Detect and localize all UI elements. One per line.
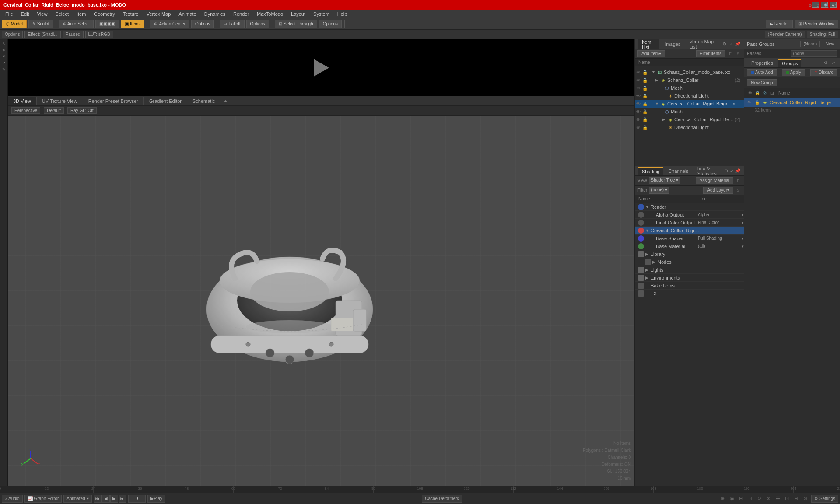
- item-list-f-icon[interactable]: F: [727, 51, 733, 57]
- assign-material-button[interactable]: Assign Material: [696, 177, 733, 184]
- shader-environments[interactable]: ▶ Environments: [635, 274, 744, 282]
- shader-lights[interactable]: ▶ Lights: [635, 266, 744, 274]
- shader-final-color[interactable]: Final Color Output Final Color ▾: [635, 219, 744, 227]
- falloff-button[interactable]: ⊸ Falloff: [220, 20, 244, 28]
- menu-view[interactable]: View: [34, 10, 51, 18]
- eye-icon-7[interactable]: 👁: [635, 117, 642, 122]
- groups-settings-icon[interactable]: ⚙: [822, 60, 829, 66]
- render-camera[interactable]: (Render Camera): [765, 31, 805, 38]
- transport-to-start[interactable]: ⏮: [94, 495, 102, 503]
- render-window-button[interactable]: ⊞ Render Window: [794, 20, 838, 28]
- menu-animate[interactable]: Animate: [175, 10, 200, 18]
- item-dir-light-1[interactable]: 👁 🔒 ☀ Directional Light: [635, 92, 744, 100]
- lock-icon-7[interactable]: 🔒: [642, 117, 648, 122]
- lock-icon-3[interactable]: 🔒: [642, 86, 648, 91]
- eye-icon-8[interactable]: 👁: [635, 125, 642, 130]
- filter-items-button[interactable]: Filter Items: [696, 50, 725, 57]
- item-dir-light-2[interactable]: 👁 🔒 ☀ Directional Light: [635, 123, 744, 131]
- shader-fx[interactable]: FX: [635, 290, 744, 298]
- menu-edit[interactable]: Edit: [18, 10, 33, 18]
- grp-icon3[interactable]: 📎: [762, 90, 768, 96]
- lock-icon-5[interactable]: 🔒: [642, 102, 648, 106]
- auto-add-button[interactable]: Auto Add: [747, 69, 777, 76]
- transport-next-frame[interactable]: ▶: [110, 495, 118, 503]
- auto-select-button[interactable]: ⊕ Auto Select: [59, 20, 94, 28]
- item-cervical-collar[interactable]: 👁 🔒 ▼ ◈ Cervical_Collar_Rigid_Beige_mod …: [635, 100, 744, 108]
- menu-item[interactable]: Item: [73, 10, 89, 18]
- bottom-icon-3[interactable]: ⊞: [737, 495, 745, 503]
- item-list-pin-icon[interactable]: 📌: [735, 41, 740, 47]
- menu-dynamics[interactable]: Dynamics: [201, 10, 229, 18]
- options1-button[interactable]: Options: [191, 20, 214, 28]
- transport-prev-frame[interactable]: ◀: [102, 495, 110, 503]
- tab-add-button[interactable]: +: [220, 97, 230, 105]
- bottom-icon-7[interactable]: ☰: [774, 495, 782, 503]
- eye-icon-5[interactable]: 👁: [635, 102, 642, 106]
- shader-base-shader[interactable]: Base Shader Full Shading ▾: [635, 234, 744, 242]
- tab-gradient-editor[interactable]: Gradient Editor: [144, 97, 187, 105]
- grp-icon2[interactable]: 🔒: [754, 90, 760, 96]
- shader-cervical-material[interactable]: ▼ Cervical_Collar_Rigid_Beig...: [635, 227, 744, 234]
- shader-base-material[interactable]: Base Material (all) ▾: [635, 242, 744, 250]
- grp-icon1[interactable]: 👁: [747, 90, 753, 96]
- bottom-icon-8[interactable]: ⊡: [783, 495, 791, 503]
- expand-arrow-1[interactable]: ▼: [651, 70, 656, 74]
- menu-layout[interactable]: Layout: [287, 10, 309, 18]
- transport-to-end[interactable]: ⏭: [119, 495, 126, 503]
- tool-icon-1[interactable]: ↖: [1, 40, 7, 46]
- shading-mode[interactable]: Shading: Full: [807, 31, 838, 38]
- mode-sculpt-button[interactable]: ✎ Sculpt: [28, 20, 53, 28]
- item-list-s-icon[interactable]: S: [735, 51, 741, 57]
- item-mesh-1[interactable]: 👁 🔒 ⬡ Mesh: [635, 84, 744, 92]
- frame-input[interactable]: [128, 495, 146, 503]
- bottom-icon-5[interactable]: ↺: [756, 495, 763, 503]
- groups-properties-tab[interactable]: Properties: [748, 60, 777, 66]
- groups-tab[interactable]: Groups: [778, 59, 801, 67]
- lock-icon-6[interactable]: 🔒: [642, 109, 648, 114]
- pass-groups-none[interactable]: (None): [800, 41, 820, 47]
- bottom-icon-2[interactable]: ◉: [728, 495, 736, 503]
- shader-bake-items[interactable]: Bake Items: [635, 282, 744, 290]
- menu-vertex-map[interactable]: Vertex Map: [143, 10, 175, 18]
- eye-icon-6[interactable]: 👁: [635, 109, 642, 114]
- apply-button[interactable]: Apply: [782, 69, 805, 76]
- settings-button[interactable]: ⚙ Settings: [811, 495, 838, 503]
- passes-value[interactable]: (none): [791, 50, 838, 57]
- grp-lock-1[interactable]: 🔒: [754, 99, 760, 105]
- tab-shading[interactable]: Shading: [638, 167, 663, 175]
- play-button[interactable]: ▶ Play: [147, 495, 165, 503]
- options-btn2[interactable]: Options: [2, 31, 23, 38]
- tab-info-stats[interactable]: Info & Statistics: [694, 165, 721, 177]
- options3-button[interactable]: Options: [319, 20, 342, 28]
- lock-icon-4[interactable]: 🔒: [642, 94, 648, 98]
- add-item-button[interactable]: Add Item ▾: [637, 50, 665, 57]
- nodes-expand[interactable]: ▶: [652, 260, 658, 264]
- tool-icon-4[interactable]: ⤢: [1, 60, 7, 66]
- menu-geometry[interactable]: Geometry: [90, 10, 118, 18]
- shader-tree-select[interactable]: Shader Tree ▾: [649, 177, 681, 184]
- menu-maxtomodo[interactable]: MaxToModo: [253, 10, 287, 18]
- action-center-button[interactable]: ⊕ Action Center: [150, 20, 189, 28]
- groups-content[interactable]: 👁 🔒 ◈ Cervical_Collar_Rigid_Beige 32 Ite…: [744, 98, 840, 486]
- tab-channels[interactable]: Channels: [665, 168, 692, 175]
- shader-library[interactable]: ▶ Library: [635, 250, 744, 258]
- mode-model-button[interactable]: ⬡ Model: [2, 20, 27, 28]
- toolbar-icons1[interactable]: ▣▣▣▣: [95, 20, 119, 28]
- pass-groups-new[interactable]: New: [822, 41, 837, 47]
- item-list-content[interactable]: 👁 🔒 ▼ ⊡ Schanz_Collar_modo_base.lxo 👁 🔒 …: [635, 66, 744, 166]
- tool-icon-3[interactable]: ↗: [1, 53, 7, 60]
- item-list-expand-icon[interactable]: ⤢: [728, 41, 733, 47]
- menu-help[interactable]: Help: [334, 10, 351, 18]
- tab-render-preset[interactable]: Render Preset Browser: [83, 97, 144, 105]
- item-list-settings-icon[interactable]: ⚙: [722, 41, 727, 47]
- item-mesh-2[interactable]: 👁 🔒 ⬡ Mesh: [635, 108, 744, 116]
- bottom-icon-9[interactable]: ⊕: [792, 495, 800, 503]
- menu-render[interactable]: Render: [230, 10, 252, 18]
- library-expand[interactable]: ▶: [645, 252, 651, 256]
- new-group-button[interactable]: New Group: [747, 79, 777, 86]
- eye-icon-1[interactable]: 👁: [635, 70, 642, 75]
- bottom-icon-10[interactable]: ⊗: [802, 495, 809, 503]
- items-button[interactable]: ▣ Items: [121, 20, 144, 28]
- eye-icon-2[interactable]: 👁: [635, 78, 642, 83]
- render-button[interactable]: ▶ Render: [766, 20, 793, 28]
